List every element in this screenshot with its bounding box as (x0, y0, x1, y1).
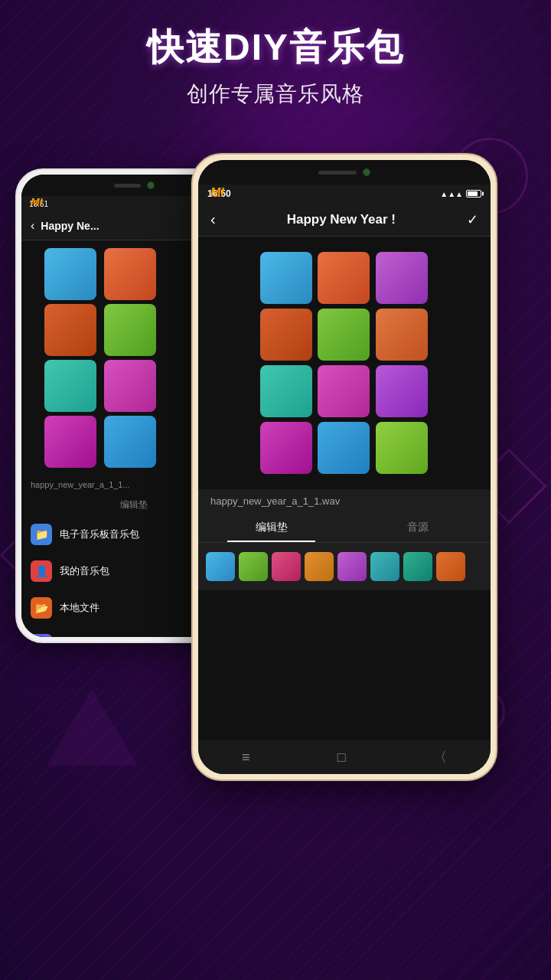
pad-cell-back[interactable] (44, 416, 96, 468)
pad-grid-container-front (198, 237, 491, 489)
phone-front: MI 16:50 ▲▲▲ ‹ Happy New Year ! ✓ (191, 153, 497, 781)
battery-front (466, 190, 481, 198)
color-chip-6[interactable] (370, 552, 399, 581)
back-nav-front[interactable]: 〈 (433, 748, 447, 766)
camera-front (363, 168, 370, 176)
back-btn-front[interactable]: ‹ (210, 211, 216, 228)
menu-label-2: 我的音乐包 (60, 564, 109, 578)
header-section: 快速DIY音乐包 创作专属音乐风格 (0, 23, 551, 109)
pad-cell-back[interactable] (44, 248, 96, 300)
speaker-back (114, 184, 141, 188)
mi-logo-back: MI (31, 196, 43, 208)
pad-cell-5[interactable] (318, 309, 370, 361)
app-title-front: Happy New Year ! (287, 212, 396, 227)
color-chip-8[interactable] (436, 552, 465, 581)
menu-icon-2: 👤 (31, 560, 52, 582)
pad-cell-11[interactable] (318, 422, 370, 474)
back-btn-back[interactable]: ‹ (31, 219, 34, 233)
color-chip-3[interactable] (272, 552, 301, 581)
pad-cell-4[interactable] (260, 309, 312, 361)
check-btn-front[interactable]: ✓ (467, 211, 478, 228)
status-bar-front: 16:50 ▲▲▲ (198, 185, 491, 203)
pad-cell-9[interactable] (376, 365, 428, 417)
pad-cell-back[interactable] (44, 304, 96, 356)
status-icons-front: ▲▲▲ (440, 190, 481, 198)
pad-cell-back[interactable] (44, 360, 96, 412)
menu-icon-1: 📁 (31, 524, 52, 545)
speaker-front (318, 171, 357, 175)
tab-sound-source[interactable]: 音源 (344, 513, 491, 542)
pad-cell-12[interactable] (376, 422, 428, 474)
menu-icon-3: 📂 (31, 597, 52, 619)
app-title-back: Happy Ne... (41, 220, 99, 232)
color-chip-1[interactable] (206, 552, 235, 581)
color-chip-2[interactable] (239, 552, 268, 581)
notch-front (198, 160, 491, 185)
tab-bar-front: 编辑垫 音源 (198, 513, 491, 543)
app-header-front: ‹ Happy New Year ! ✓ (198, 203, 491, 237)
pad-cell-3[interactable] (376, 252, 428, 304)
camera-back (147, 181, 155, 189)
mi-logo-front: MI (210, 186, 224, 200)
tab-edit-pad[interactable]: 编辑垫 (198, 513, 344, 542)
main-title: 快速DIY音乐包 (0, 23, 551, 72)
pad-cell-back[interactable] (104, 248, 156, 300)
color-strip-front (198, 543, 491, 590)
phones-area: MI 16:51 ‹ Happy Ne... (0, 153, 551, 980)
menu-label-1: 电子音乐板音乐包 (60, 528, 139, 541)
pad-cell-1[interactable] (260, 252, 312, 304)
signal-icon: ▲▲▲ (440, 190, 463, 198)
color-chip-7[interactable] (403, 552, 432, 581)
filename-front: happy_new_year_a_1_1.wav (198, 489, 491, 513)
pad-cell-back[interactable] (104, 304, 156, 356)
color-chip-4[interactable] (305, 552, 334, 581)
pad-cell-7[interactable] (260, 365, 312, 417)
color-chip-5[interactable] (337, 552, 367, 581)
home-nav-front[interactable]: □ (337, 750, 346, 766)
pad-cell-back[interactable] (104, 416, 156, 468)
menu-label-3: 本地文件 (60, 601, 99, 615)
pad-cell-back[interactable] (104, 360, 156, 412)
pad-cell-10[interactable] (260, 422, 312, 474)
menu-icon-4: 🎙 (31, 634, 52, 637)
phone-front-inner: MI 16:50 ▲▲▲ ‹ Happy New Year ! ✓ (198, 160, 491, 774)
pad-cell-8[interactable] (318, 365, 370, 417)
pad-grid-back (44, 248, 159, 468)
pad-grid-front (260, 252, 429, 474)
nav-bar-front: ≡ □ 〈 (198, 740, 491, 774)
pad-cell-6[interactable] (376, 309, 428, 361)
menu-nav-front[interactable]: ≡ (242, 750, 250, 766)
pad-cell-2[interactable] (318, 252, 370, 304)
sub-title: 创作专属音乐风格 (0, 80, 551, 109)
